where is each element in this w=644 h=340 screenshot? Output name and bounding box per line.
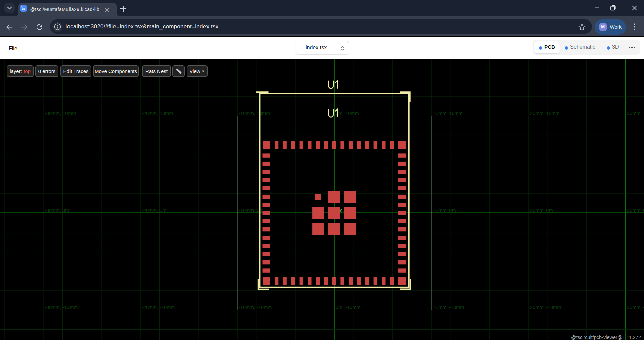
- svg-text:-10mm, -10mm: -10mm, -10mm: [239, 305, 272, 310]
- svg-text:-10mm, 10mm: -10mm, 10mm: [239, 111, 270, 116]
- svg-text:-30mm, -10mm: -30mm, -10mm: [45, 305, 78, 310]
- svg-text:30mm, 10mm: 30mm, 10mm: [627, 111, 644, 116]
- svg-text:-20mm, 10mm: -20mm, 10mm: [142, 111, 173, 116]
- svg-text:10mm, -10mm: 10mm, -10mm: [433, 305, 464, 310]
- svg-text:20mm, -10mm: 20mm, -10mm: [530, 305, 561, 310]
- svg-text:30mm, -10mm: 30mm, -10mm: [627, 305, 644, 310]
- svg-text:20mm, 0m: 20mm, 0m: [530, 208, 553, 213]
- svg-text:0m, -10mm: 0m, -10mm: [336, 305, 360, 310]
- svg-text:10mm, 0m: 10mm, 0m: [433, 208, 456, 213]
- svg-text:0m, 10mm: 0m, 10mm: [336, 111, 359, 116]
- svg-text:30mm, 0m: 30mm, 0m: [627, 208, 644, 213]
- svg-text:20mm, 10mm: 20mm, 10mm: [530, 111, 560, 116]
- svg-text:-30mm, 10mm: -30mm, 10mm: [45, 111, 76, 116]
- svg-text:10mm, 10mm: 10mm, 10mm: [433, 111, 463, 116]
- svg-text:-20mm, 0m: -20mm, 0m: [142, 208, 166, 213]
- svg-text:-20mm, -10mm: -20mm, -10mm: [142, 305, 175, 310]
- svg-text:-30mm, 0m: -30mm, 0m: [45, 208, 69, 213]
